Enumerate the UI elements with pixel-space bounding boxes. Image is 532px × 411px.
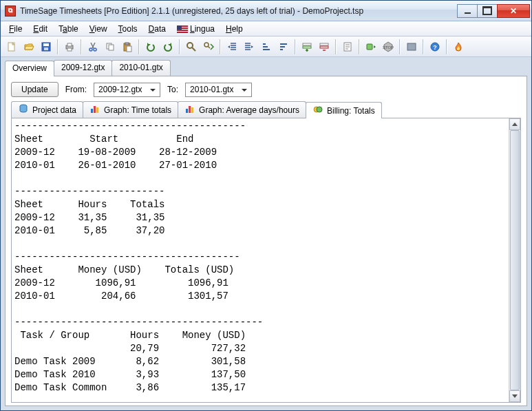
bar-chart-icon (184, 103, 195, 116)
svg-rect-5 (67, 43, 72, 46)
svg-rect-12 (125, 43, 129, 45)
copy-icon[interactable] (102, 39, 118, 55)
toggle-panel-icon[interactable] (403, 39, 420, 55)
svg-rect-29 (94, 106, 96, 113)
toolbar: STOP ? (1, 36, 531, 57)
sort-desc-icon[interactable] (275, 39, 292, 55)
paste-icon[interactable] (119, 39, 136, 55)
svg-rect-24 (407, 43, 416, 50)
money-icon (312, 104, 323, 117)
redo-icon[interactable] (160, 39, 176, 55)
svg-rect-32 (189, 106, 191, 113)
menu-data[interactable]: Data (143, 23, 171, 35)
vertical-scrollbar[interactable] (509, 118, 520, 402)
update-button[interactable]: Update (11, 82, 58, 97)
from-combo[interactable]: 2009-12.gtx (94, 83, 160, 97)
menu-edit[interactable]: Edit (28, 23, 53, 35)
svg-rect-2 (43, 43, 49, 46)
scroll-up-icon[interactable] (509, 118, 520, 130)
to-combo[interactable]: 2010-01.gtx (185, 83, 252, 97)
menu-file[interactable]: File (3, 23, 28, 35)
open-icon[interactable] (21, 39, 37, 55)
svg-point-14 (187, 43, 193, 48)
subtab-time-totals[interactable]: Graph: Time totals (83, 101, 178, 118)
filter-row: Update From: 2009-12.gtx To: 2010-01.gtx (11, 82, 521, 97)
outdent-icon[interactable] (224, 39, 240, 55)
menu-help[interactable]: Help (220, 23, 248, 35)
close-button[interactable] (497, 4, 530, 18)
subtabs: Project data Graph: Time totals Graph: A… (11, 101, 521, 118)
svg-rect-33 (191, 107, 193, 113)
database-icon (18, 103, 29, 116)
subtab-avg-days[interactable]: Graph: Average days/hours (178, 101, 306, 118)
tab-file-2[interactable]: 2010-01.gtx (111, 60, 170, 76)
new-icon[interactable] (3, 39, 20, 55)
svg-rect-19 (320, 46, 328, 48)
content-area: Overview 2009-12.gtx 2010-01.gtx Update … (1, 57, 531, 410)
scroll-track[interactable] (509, 130, 520, 390)
bar-chart-icon (89, 103, 100, 116)
timer-stop-icon[interactable]: STOP (380, 39, 396, 55)
window-title: TimeSage Timesheets [Pro Edition] 2.1.1 … (20, 6, 458, 16)
maximize-button[interactable] (477, 4, 498, 18)
svg-text:STOP: STOP (383, 45, 394, 50)
menu-table[interactable]: Table (53, 23, 84, 35)
svg-rect-10 (109, 45, 114, 50)
flag-icon (177, 25, 188, 33)
fire-icon[interactable] (450, 39, 467, 55)
menu-lingua[interactable]: Lingua (171, 23, 220, 35)
svg-point-8 (94, 48, 96, 51)
minimize-button[interactable] (457, 4, 478, 18)
titlebar[interactable]: ⧉ TimeSage Timesheets [Pro Edition] 2.1.… (1, 1, 531, 21)
scroll-thumb[interactable] (510, 130, 520, 390)
report-container: ----------------------------------------… (11, 118, 521, 403)
svg-rect-13 (127, 46, 131, 52)
svg-point-35 (317, 107, 322, 112)
save-icon[interactable] (38, 39, 54, 55)
properties-icon[interactable] (339, 39, 356, 55)
svg-text:?: ? (433, 44, 437, 51)
svg-rect-28 (91, 109, 93, 113)
svg-rect-18 (320, 43, 328, 45)
undo-icon[interactable] (142, 39, 159, 55)
svg-rect-31 (186, 109, 188, 113)
svg-rect-3 (44, 48, 48, 50)
svg-rect-30 (96, 107, 98, 113)
timer-start-icon[interactable] (363, 39, 379, 55)
svg-rect-21 (367, 44, 372, 50)
svg-rect-6 (67, 48, 72, 51)
overview-panel: Update From: 2009-12.gtx To: 2010-01.gtx… (5, 76, 527, 406)
menu-tools[interactable]: Tools (113, 23, 143, 35)
cut-icon[interactable] (85, 39, 101, 55)
find-icon[interactable] (183, 39, 200, 55)
print-icon[interactable] (61, 39, 78, 55)
svg-rect-17 (303, 46, 311, 48)
tab-overview[interactable]: Overview (5, 61, 54, 76)
menubar: File Edit Table View Tools Data Lingua H… (1, 21, 531, 36)
app-icon: ⧉ (5, 6, 16, 17)
row-delete-icon[interactable] (316, 39, 332, 55)
menu-view[interactable]: View (84, 23, 113, 35)
sort-asc-icon[interactable] (258, 39, 275, 55)
subtab-billing-totals[interactable]: Billing: Totals (306, 102, 382, 118)
svg-point-7 (89, 48, 92, 51)
find-next-icon[interactable] (200, 39, 217, 55)
subtab-project-data[interactable]: Project data (11, 101, 83, 118)
to-label: To: (167, 85, 178, 94)
tab-file-1[interactable]: 2009-12.gtx (54, 60, 112, 76)
help-icon[interactable]: ? (427, 39, 443, 55)
billing-report-text: ----------------------------------------… (12, 118, 509, 402)
row-add-icon[interactable] (299, 39, 315, 55)
scroll-down-icon[interactable] (509, 390, 520, 402)
file-tabs: Overview 2009-12.gtx 2010-01.gtx (5, 60, 527, 76)
from-label: From: (65, 85, 87, 94)
indent-icon[interactable] (241, 39, 257, 55)
svg-rect-16 (303, 43, 311, 45)
